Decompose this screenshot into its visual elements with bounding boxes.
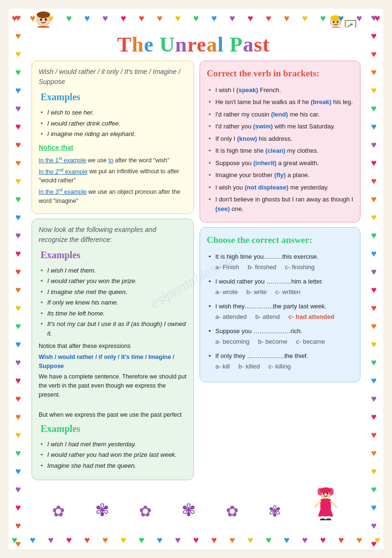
page-title: The Unreal Past	[56, 32, 331, 57]
heart-cell: ♥	[9, 136, 27, 154]
list-item: Imagine your brother (fly) a plane.	[207, 170, 353, 180]
heart-cell: ♥	[365, 45, 383, 63]
heart-cell: ♥	[365, 426, 383, 444]
heart-cell: ♥	[365, 371, 383, 390]
notice-blue-text: Wish / would rather / if only / It's tim…	[39, 353, 187, 371]
heart-cell: ♥	[365, 208, 383, 226]
heart-cell: ♥	[9, 226, 27, 244]
heart-cell: ♥	[133, 9, 151, 27]
heart-cell: ♥	[332, 531, 350, 549]
list-item: I imagine me riding an elephant.	[39, 129, 187, 139]
heart-cell: ♥	[242, 9, 260, 27]
list-item: Imagine she had met the queen.	[39, 461, 187, 471]
heart-cell: ♥	[169, 9, 187, 27]
list-item: If only we knew his name.	[39, 298, 187, 307]
heart-cell: ♥	[9, 531, 24, 549]
answer-item-3: I wish they…………..the party last week. a-…	[207, 302, 353, 322]
answer-options: a- becoming b- become c- became	[207, 337, 353, 347]
answer-question: It is high time you………this exercise.	[207, 252, 353, 262]
list-item: I would rather you had won the prize las…	[39, 450, 187, 460]
svg-point-42	[327, 493, 328, 495]
heart-cell: ♥	[365, 136, 383, 154]
heart-cell: ♥	[9, 281, 27, 299]
list-item: I'd rather my cousin (lend) me his car.	[207, 110, 353, 119]
notice-title: Notice that	[39, 143, 187, 153]
list-item: Its time he left home.	[39, 309, 187, 318]
heart-cell: ♥	[365, 299, 383, 317]
notice-para-3: But when we express the past we use the …	[39, 411, 187, 420]
heart-cell: ♥	[365, 516, 383, 535]
inner-content: The Unreal Past Wish / would rather / it…	[28, 28, 364, 530]
examples-title-3: Examples	[41, 421, 187, 436]
heart-cell: ♥	[151, 9, 169, 27]
heart-cell: ♥	[9, 516, 27, 535]
flower-5: ✿	[226, 502, 239, 520]
heart-cell: ♥	[9, 390, 27, 408]
heart-cell: ♥	[365, 462, 383, 480]
footer-area: ✿ ✾ ✿ ✾ ✿ ✾	[28, 483, 364, 521]
heart-cell: ♥	[365, 117, 383, 136]
heart-cell: ♥	[187, 531, 205, 549]
heart-cell: ♥	[9, 81, 27, 99]
heart-border-bottom: ♥ ♥ ♥ ♥ ♥ ♥ ♥ ♥ ♥ ♥ ♥ ♥ ♥ ♥ ♥ ♥ ♥ ♥ ♥ ♥ …	[9, 530, 383, 549]
examples-list-1: I wish to see her. I would rather drink …	[39, 108, 187, 139]
heart-cell: ♥	[365, 190, 383, 208]
option-a: a- becoming	[215, 337, 250, 347]
box-choose-answer: Choose the correct answer: It is high ti…	[200, 227, 360, 382]
box-correct-verb: Correct the verb in brackets: I wish I (…	[200, 61, 360, 222]
heart-cell: ♥	[365, 353, 383, 371]
answer-item-5: If only they ………………the thief. a- kill b-…	[207, 351, 353, 371]
answer-question: I wish they…………..the party last week.	[207, 302, 353, 311]
notice-line-1: In the 1st example we use to after the w…	[39, 156, 187, 165]
svg-point-28	[337, 21, 339, 23]
list-item: I would rather drink coffee.	[39, 119, 187, 128]
option-a: a- Finish	[215, 263, 239, 272]
notice-line-2: In the 2nd example we put an infinitive …	[39, 167, 187, 185]
list-item: I wish you (not displease) me yesterday.	[207, 183, 353, 192]
heart-cell: ♥	[223, 531, 242, 549]
option-b: b- write	[246, 287, 267, 297]
option-a: a- wrote	[215, 287, 238, 297]
svg-point-39	[320, 518, 326, 520]
heart-cell: ♥	[205, 9, 223, 27]
answer-options: a- Finish b- finished c- finishing	[207, 263, 353, 272]
flower-2: ✾	[95, 500, 109, 520]
heart-cell: ♥	[133, 531, 151, 549]
exercise-title-2: Choose the correct answer:	[207, 233, 353, 247]
heart-cell: ♥	[242, 531, 260, 549]
heart-cell: ♥	[260, 9, 278, 27]
svg-rect-33	[320, 499, 331, 510]
list-item: I would rather you won the prize.	[39, 276, 187, 286]
option-a: a- attended	[215, 312, 247, 322]
title-area: The Unreal Past	[28, 28, 364, 61]
heart-cell: ♥	[278, 531, 296, 549]
heart-cell: ♥	[365, 263, 383, 281]
heart-cell: ♥	[78, 531, 96, 549]
heart-cell: ♥	[9, 172, 27, 190]
svg-line-36	[331, 501, 336, 507]
heart-cell: ♥	[9, 99, 27, 117]
heart-cell: ♥	[9, 498, 27, 516]
svg-point-31	[318, 488, 322, 495]
heart-cell: ♥	[151, 531, 169, 549]
heart-cell: ♥	[9, 444, 27, 462]
answer-options: a- kill b- killed c- killing	[207, 362, 353, 371]
heart-cell: ♥	[9, 299, 27, 317]
heart-cell: ♥	[365, 335, 383, 353]
list-item: I imagine she met the queen.	[39, 287, 187, 297]
answer-question: I would rather you …………him a letter.	[207, 277, 353, 286]
heart-cell: ♥	[9, 117, 27, 136]
answer-question: Suppose you ………………rich.	[207, 326, 353, 336]
list-item: I wish to see her.	[39, 108, 187, 117]
svg-point-1	[37, 11, 50, 18]
notice-line-3: In the 3rd example we use an object pron…	[39, 187, 187, 206]
heart-cell: ♥	[9, 208, 27, 226]
heart-cell: ♥	[96, 9, 115, 27]
notice-para-2: We have a complete sentence. Therefore w…	[39, 372, 187, 399]
flower-6: ✾	[268, 502, 281, 520]
option-c: c- written	[275, 287, 301, 297]
heart-cell: ♥	[314, 531, 332, 549]
list-item: He isn't lame but he walks as if he (bre…	[207, 97, 353, 107]
heart-cell: ♥	[365, 317, 383, 335]
heart-cell: ♥	[9, 154, 27, 172]
